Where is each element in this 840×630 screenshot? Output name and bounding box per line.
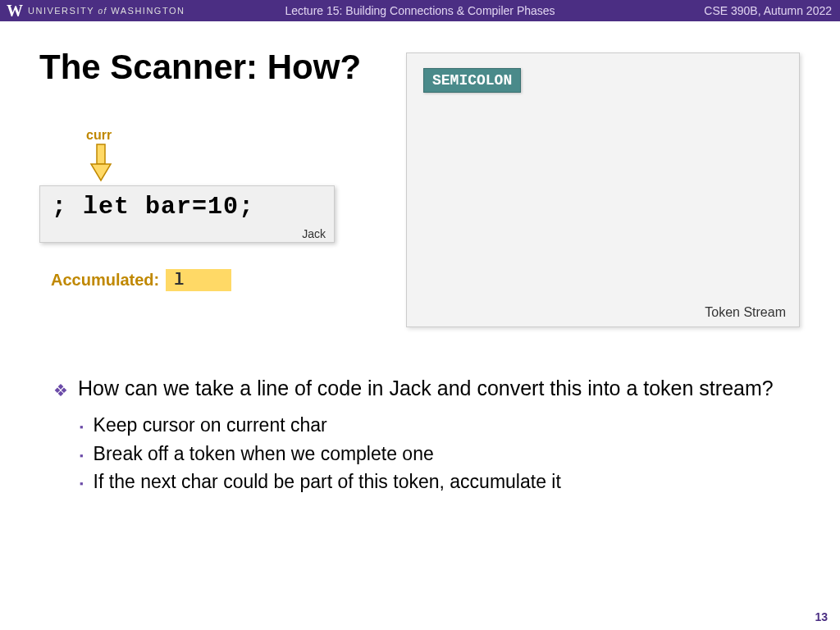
sub-bullet-text: If the next char could be part of this t… xyxy=(94,468,561,496)
square-bullet-icon: ▪ xyxy=(80,476,84,492)
university-text: UNIVERSITY of WASHINGTON xyxy=(28,6,185,16)
sub-bullet-list: ▪ Keep cursor on current char ▪ Break of… xyxy=(80,411,775,496)
page-number: 13 xyxy=(815,610,828,623)
slide-content: The Scanner: How? curr ; let bar=10; Jac… xyxy=(0,21,840,630)
cursor-arrow-icon xyxy=(89,143,113,187)
sub-bullet: ▪ Break off a token when we complete one xyxy=(80,440,775,468)
slide-header: W UNIVERSITY of WASHINGTON Lecture 15: B… xyxy=(0,0,840,21)
accumulated-label: Accumulated: xyxy=(51,271,159,290)
accumulated-value: l xyxy=(166,269,231,291)
main-bullet-text: How can we take a line of code in Jack a… xyxy=(78,374,774,403)
sub-bullet: ▪ If the next char could be part of this… xyxy=(80,468,775,496)
main-bullet: ❖ How can we take a line of code in Jack… xyxy=(53,374,775,403)
token-badge: SEMICOLON xyxy=(423,68,521,93)
code-box: ; let bar=10; Jack xyxy=(39,185,335,243)
sub-bullet: ▪ Keep cursor on current char xyxy=(80,411,775,440)
svg-marker-1 xyxy=(91,164,111,180)
square-bullet-icon: ▪ xyxy=(80,448,84,464)
bullet-list: ❖ How can we take a line of code in Jack… xyxy=(53,374,775,496)
lecture-title: Lecture 15: Building Connections & Compi… xyxy=(285,4,555,17)
slide-title: The Scanner: How? xyxy=(39,48,361,87)
square-bullet-icon: ▪ xyxy=(80,419,84,436)
accumulated-row: Accumulated: l xyxy=(51,269,231,291)
university-logo: W UNIVERSITY of WASHINGTON xyxy=(0,2,185,21)
code-language-label: Jack xyxy=(302,227,326,240)
diamond-bullet-icon: ❖ xyxy=(53,379,68,402)
svg-rect-0 xyxy=(97,144,105,164)
sub-bullet-text: Break off a token when we complete one xyxy=(94,440,434,468)
sub-bullet-text: Keep cursor on current char xyxy=(94,411,327,440)
code-text: ; let bar=10; xyxy=(52,193,322,221)
course-label: CSE 390B, Autumn 2022 xyxy=(704,4,840,17)
token-stream-panel: SEMICOLON Token Stream xyxy=(406,52,800,327)
token-stream-label: Token Stream xyxy=(705,305,786,320)
cursor-label: curr xyxy=(86,128,112,143)
w-logo-icon: W xyxy=(7,2,23,21)
